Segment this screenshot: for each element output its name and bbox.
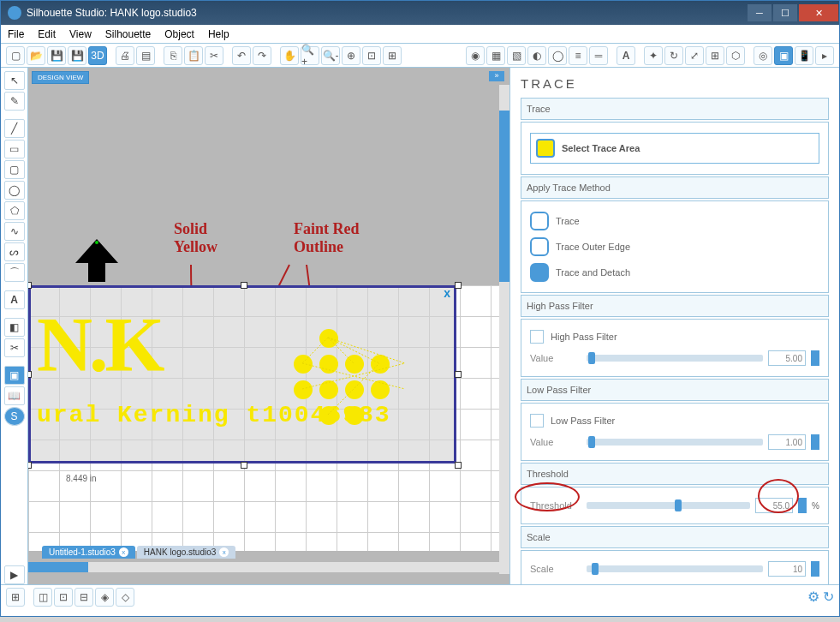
- hp-value-input[interactable]: [768, 350, 806, 366]
- copy-icon[interactable]: ⎘: [164, 46, 182, 65]
- select-trace-area-button[interactable]: Select Trace Area: [530, 133, 819, 164]
- low-pass-checkbox[interactable]: [530, 414, 544, 428]
- scale-spinner[interactable]: [811, 561, 819, 577]
- scale-icon[interactable]: ⤢: [685, 46, 704, 65]
- high-pass-checkbox[interactable]: [530, 330, 544, 344]
- cut-settings-icon[interactable]: ▤: [136, 46, 155, 65]
- release-icon[interactable]: ◇: [116, 588, 134, 607]
- round-rect-tool[interactable]: ▢: [4, 160, 25, 179]
- hp-slider[interactable]: [587, 355, 763, 362]
- rotate-icon[interactable]: ↻: [664, 46, 683, 65]
- store-tab[interactable]: S: [4, 407, 25, 426]
- store-icon[interactable]: ▸: [815, 46, 834, 65]
- line-style-icon[interactable]: ≡: [569, 46, 587, 65]
- 3d-icon[interactable]: 3D: [88, 46, 107, 65]
- open-icon[interactable]: 📂: [27, 46, 45, 65]
- freehand-tool[interactable]: ᔕ: [4, 242, 25, 261]
- registration-icon[interactable]: ⊞: [6, 588, 25, 607]
- knife-tool[interactable]: ✂: [4, 338, 25, 357]
- handle-tl[interactable]: [28, 282, 32, 289]
- tab-close-icon[interactable]: x: [219, 547, 229, 557]
- menu-file[interactable]: File: [8, 28, 24, 40]
- offset-icon[interactable]: ◎: [754, 46, 772, 65]
- line-color-icon[interactable]: ◯: [548, 46, 567, 65]
- view-mode[interactable]: ▣: [4, 366, 25, 385]
- rect-tool[interactable]: ▭: [4, 140, 25, 158]
- ungroup-icon[interactable]: ⊟: [74, 588, 93, 607]
- zoom-in-icon[interactable]: 🔍+: [301, 46, 319, 65]
- redo-icon[interactable]: ↷: [253, 46, 271, 65]
- line-tool[interactable]: ╱: [4, 119, 25, 138]
- send-arrow[interactable]: ▶: [4, 565, 25, 584]
- library-tab[interactable]: 📖: [4, 386, 25, 405]
- align-icon[interactable]: ✦: [644, 46, 663, 65]
- saveas-icon[interactable]: 💾: [68, 46, 86, 65]
- handle-tr[interactable]: [455, 282, 462, 289]
- scrollbar-horizontal[interactable]: [28, 562, 499, 572]
- handle-tc[interactable]: [241, 282, 247, 289]
- trace-detach-option[interactable]: Trace and Detach: [530, 260, 819, 285]
- trace-option[interactable]: Trace: [530, 208, 819, 234]
- curve-tool[interactable]: ∿: [4, 222, 25, 241]
- fill-icon[interactable]: ▧: [507, 46, 526, 65]
- page-icon[interactable]: ◉: [466, 46, 485, 65]
- undo-icon[interactable]: ↶: [232, 46, 251, 65]
- collapse-panel-button[interactable]: »: [489, 71, 504, 81]
- replicate-icon[interactable]: ⊞: [706, 46, 724, 65]
- canvas[interactable]: DESIGN VIEW » Solid Yellow Faint Red Out…: [28, 68, 509, 584]
- arc-tool[interactable]: ⌒: [4, 263, 25, 282]
- menu-view[interactable]: View: [69, 28, 92, 40]
- handle-br[interactable]: [455, 462, 462, 469]
- zoom-sel-icon[interactable]: ⊡: [362, 46, 381, 65]
- tab-close-icon[interactable]: x: [119, 547, 128, 557]
- lp-slider[interactable]: [587, 439, 763, 446]
- text-style-icon[interactable]: A: [617, 46, 635, 65]
- menu-edit[interactable]: Edit: [38, 28, 56, 40]
- settings-icon[interactable]: ⚙: [807, 589, 819, 605]
- maximize-button[interactable]: ☐: [773, 4, 797, 21]
- minimize-button[interactable]: ─: [748, 4, 771, 21]
- eraser-tool[interactable]: ◧: [4, 318, 25, 337]
- hp-spinner[interactable]: [811, 350, 819, 366]
- zoom-fit-icon[interactable]: ⊕: [342, 46, 360, 65]
- library-icon[interactable]: 📱: [795, 46, 813, 65]
- grid-icon[interactable]: ▦: [486, 46, 505, 65]
- new-icon[interactable]: ▢: [6, 46, 25, 65]
- handle-bl[interactable]: [28, 462, 32, 469]
- polygon-tool[interactable]: ⬠: [4, 201, 25, 220]
- trace-icon[interactable]: ▣: [774, 46, 793, 65]
- lp-spinner[interactable]: [811, 434, 819, 450]
- scale-slider[interactable]: [587, 565, 763, 572]
- trace-outer-edge-option[interactable]: Trace Outer Edge: [530, 234, 819, 260]
- save-icon[interactable]: 💾: [47, 46, 66, 65]
- weld-icon[interactable]: ◫: [33, 588, 52, 607]
- print-icon[interactable]: 🖨: [116, 46, 134, 65]
- edit-points-tool[interactable]: ✎: [4, 92, 25, 111]
- handle-mr[interactable]: [455, 371, 462, 378]
- close-button[interactable]: ✕: [799, 4, 838, 21]
- trace-box-close[interactable]: x: [444, 286, 450, 300]
- tab-untitled[interactable]: Untitled-1.studio3x: [42, 546, 135, 559]
- pan-icon[interactable]: ✋: [280, 46, 299, 65]
- lp-value-input[interactable]: [768, 434, 806, 450]
- ellipse-tool[interactable]: ◯: [4, 181, 25, 200]
- scale-value-input[interactable]: [768, 561, 806, 577]
- scrollbar-vertical[interactable]: [499, 85, 509, 574]
- refresh-icon[interactable]: ↻: [823, 589, 834, 605]
- menu-object[interactable]: Object: [164, 28, 194, 40]
- gradient-icon[interactable]: ◐: [527, 46, 546, 65]
- zoom-out-icon[interactable]: 🔍-: [321, 46, 340, 65]
- handle-bc[interactable]: [241, 462, 247, 469]
- group-icon[interactable]: ⊡: [54, 588, 73, 607]
- text-tool[interactable]: A: [4, 290, 25, 309]
- paste-icon[interactable]: 📋: [184, 46, 203, 65]
- menu-silhouette[interactable]: Silhouette: [105, 28, 151, 40]
- select-tool[interactable]: ↖: [4, 71, 25, 90]
- handle-ml[interactable]: [28, 371, 32, 378]
- modify-icon[interactable]: ⬡: [726, 46, 745, 65]
- compound-icon[interactable]: ◈: [95, 588, 114, 607]
- zoom-drag-icon[interactable]: ⊞: [383, 46, 402, 65]
- line-weight-icon[interactable]: ═: [589, 46, 608, 65]
- threshold-spinner[interactable]: [798, 498, 807, 513]
- threshold-slider[interactable]: [587, 502, 750, 509]
